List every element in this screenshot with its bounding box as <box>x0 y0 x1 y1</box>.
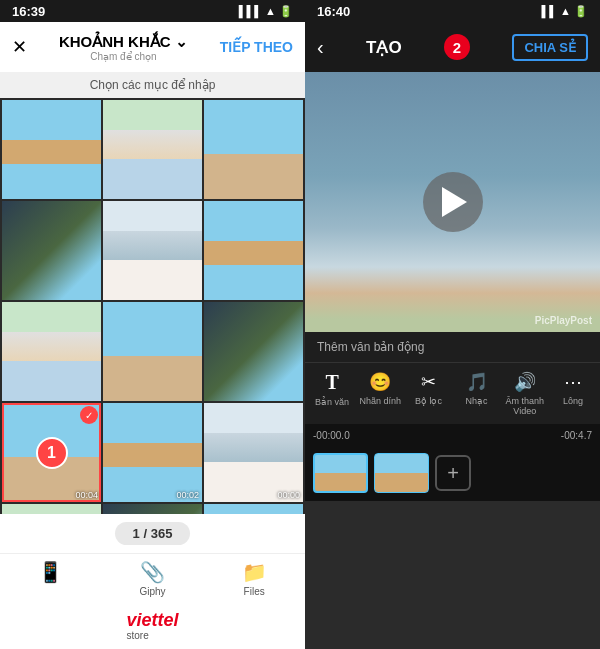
tiep-theo-button[interactable]: TIẾP THEO <box>220 39 293 55</box>
nav-label-files: Files <box>244 586 265 597</box>
clip-thumb-1[interactable] <box>313 453 368 493</box>
grid-item[interactable] <box>204 100 303 199</box>
header-title: KHOẢNH KHẮC ⌄ Chạm để chọn <box>27 33 220 62</box>
nav-label-giphy: Giphy <box>139 586 165 597</box>
chevron-down-icon: ⌄ <box>175 33 188 50</box>
nav-item-files[interactable]: 📁 Files <box>203 560 305 597</box>
viettel-area: viettel store <box>114 607 190 649</box>
right-panel: 16:40 ▌▌ ▲ 🔋 ‹ TẠO 2 CHIA SẺ PicPlayPost… <box>305 0 600 649</box>
grid-item[interactable] <box>103 504 202 514</box>
tool-label-bo-loc: Bộ lọc <box>415 396 442 406</box>
play-icon <box>442 187 467 217</box>
tool-am-thanh[interactable]: 🔊 Âm thanh Video <box>502 371 548 416</box>
status-bar-left: 16:39 ▌▌▌ ▲ 🔋 <box>0 0 305 22</box>
clip-duration: 00:00 <box>277 490 300 500</box>
signal-icon: ▌▌▌ <box>239 5 262 17</box>
grid-item-selected[interactable]: ✓ 00:04 1 <box>2 403 101 502</box>
tao-label: TẠO <box>366 37 402 58</box>
grid-item[interactable] <box>2 302 101 401</box>
grid-item[interactable] <box>2 504 101 514</box>
grid-item[interactable]: 00:02 <box>103 403 202 502</box>
watermark-text: PicPlayPost <box>535 315 592 326</box>
timeline-end: -00:4.7 <box>561 430 592 441</box>
tool-long[interactable]: ⋯ Lông <box>550 371 596 416</box>
signal-icon-right: ▌▌ <box>542 5 558 17</box>
store-text: store <box>126 630 148 641</box>
clip-duration: 00:02 <box>176 490 199 500</box>
page-indicator: 1 / 365 <box>115 522 191 545</box>
grid-item[interactable] <box>103 302 202 401</box>
selection-number-badge: 1 <box>36 437 68 469</box>
timeline-track[interactable]: + <box>305 447 600 501</box>
timeline-bar: -00:00.0 -00:4.7 <box>305 424 600 447</box>
add-text-label: Thêm văn bản động <box>317 340 588 354</box>
battery-icon: 🔋 <box>279 5 293 18</box>
chia-se-button[interactable]: CHIA SẺ <box>512 34 588 61</box>
tool-ban-van[interactable]: T Bản văn <box>309 371 355 416</box>
viettel-logo: viettel store <box>126 611 178 641</box>
select-label: Chọn các mục để nhập <box>0 72 305 98</box>
nav-item-photos[interactable]: 📱 <box>0 560 102 597</box>
time-right: 16:40 <box>317 4 350 19</box>
media-grid: ✓ 00:04 1 00:02 00:00 <box>0 98 305 514</box>
tool-nhac[interactable]: 🎵 Nhạc <box>454 371 500 416</box>
close-button[interactable]: ✕ <box>12 36 27 58</box>
clip-duration: 00:04 <box>75 490 98 500</box>
tool-label-am-thanh: Âm thanh Video <box>502 396 548 416</box>
more-icon: ⋯ <box>564 371 582 393</box>
media-grid-container[interactable]: ✓ 00:04 1 00:02 00:00 <box>0 98 305 514</box>
music-icon: 🎵 <box>466 371 488 393</box>
grid-item[interactable] <box>204 302 303 401</box>
status-icons-right: ▌▌ ▲ 🔋 <box>542 5 588 18</box>
tool-bar: T Bản văn 😊 Nhãn dính ✂ Bộ lọc 🎵 Nhạc 🔊 … <box>305 362 600 424</box>
tool-label-long: Lông <box>563 396 583 406</box>
bottom-bar-left: 1 / 365 📱 📎 Giphy 📁 Files viettel store <box>0 514 305 649</box>
status-icons-left: ▌▌▌ ▲ 🔋 <box>239 5 293 18</box>
tool-nhan-dinh[interactable]: 😊 Nhãn dính <box>357 371 403 416</box>
video-preview[interactable]: PicPlayPost <box>305 72 600 332</box>
wifi-icon-right: ▲ <box>560 5 571 17</box>
status-bar-right: 16:40 ▌▌ ▲ 🔋 <box>305 0 600 22</box>
bottom-nav: 📱 📎 Giphy 📁 Files <box>0 553 305 607</box>
add-text-bar[interactable]: Thêm văn bản động <box>305 332 600 362</box>
tool-label-ban-van: Bản văn <box>315 397 349 407</box>
tool-label-nhan-dinh: Nhãn dính <box>359 396 401 406</box>
files-icon: 📁 <box>242 560 267 584</box>
time-left: 16:39 <box>12 4 45 19</box>
viettel-text: viettel <box>126 611 178 629</box>
main-title: KHOẢNH KHẮC ⌄ <box>27 33 220 51</box>
filter-icon: ✂ <box>421 371 436 393</box>
back-button[interactable]: ‹ <box>317 36 324 59</box>
sticker-icon: 😊 <box>369 371 391 393</box>
text-icon: T <box>325 371 338 394</box>
header-right: ‹ TẠO 2 CHIA SẺ <box>305 22 600 72</box>
phone-icon: 📱 <box>38 560 63 584</box>
grid-item[interactable] <box>2 201 101 300</box>
grid-item[interactable] <box>103 201 202 300</box>
grid-item[interactable] <box>2 100 101 199</box>
grid-item[interactable] <box>204 201 303 300</box>
sub-title: Chạm để chọn <box>27 51 220 62</box>
wifi-icon: ▲ <box>265 5 276 17</box>
grid-item[interactable] <box>103 100 202 199</box>
clip-thumb-2[interactable] <box>374 453 429 493</box>
audio-icon: 🔊 <box>514 371 536 393</box>
left-panel: 16:39 ▌▌▌ ▲ 🔋 ✕ KHOẢNH KHẮC ⌄ Chạm để ch… <box>0 0 305 649</box>
header-left: ✕ KHOẢNH KHẮC ⌄ Chạm để chọn TIẾP THEO <box>0 22 305 72</box>
giphy-icon: 📎 <box>140 560 165 584</box>
nav-item-giphy[interactable]: 📎 Giphy <box>102 560 204 597</box>
timeline-start: -00:00.0 <box>313 430 350 441</box>
grid-item[interactable] <box>204 504 303 514</box>
check-icon: ✓ <box>80 406 98 424</box>
grid-item[interactable]: 00:00 <box>204 403 303 502</box>
tool-bo-loc[interactable]: ✂ Bộ lọc <box>405 371 451 416</box>
play-button[interactable] <box>423 172 483 232</box>
step-badge-2: 2 <box>444 34 470 60</box>
battery-icon-right: 🔋 <box>574 5 588 18</box>
tool-label-nhac: Nhạc <box>466 396 488 406</box>
add-clip-button[interactable]: + <box>435 455 471 491</box>
